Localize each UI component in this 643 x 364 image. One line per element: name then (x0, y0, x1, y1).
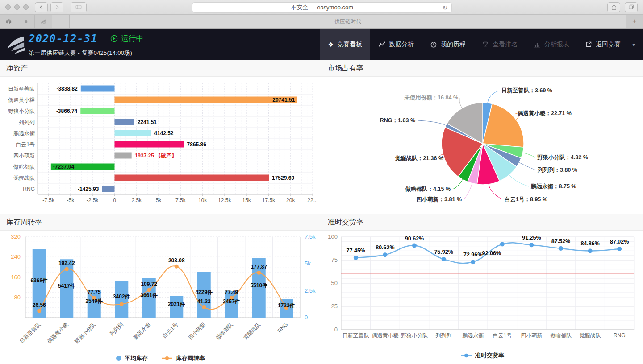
svg-text:5510件: 5510件 (250, 282, 267, 289)
svg-text:15k: 15k (242, 197, 251, 203)
svg-text:192.42: 192.42 (58, 260, 75, 266)
svg-text:20k: 20k (286, 197, 295, 203)
app-logo-icon (4, 34, 26, 55)
svg-text:偶遇黄小糉: 偶遇黄小糉 (8, 97, 35, 103)
nav-back-to-competition[interactable]: 返回竞赛 (577, 29, 629, 60)
svg-text:87.02%: 87.02% (610, 239, 629, 245)
svg-text:109.72: 109.72 (141, 281, 157, 287)
svg-text:100: 100 (328, 233, 338, 240)
pinned-tab-1[interactable] (0, 15, 17, 28)
delivery-rate-title: 准时交货率 (328, 218, 363, 227)
svg-text:偶遇黄小糉: 偶遇黄小糉 (372, 332, 398, 339)
market-share-chart: 日新至善队：3.69 %偶遇黄小糉：22.71 %野狼小分队：4.32 %列列列… (322, 77, 642, 212)
browser-tabbar: 供应链时代 + (0, 15, 643, 29)
pinned-tab-4[interactable] (52, 15, 70, 28)
new-tab-button[interactable]: + (626, 15, 643, 28)
svg-text:75.92%: 75.92% (434, 249, 453, 255)
svg-text:四小萌新: 四小萌新 (187, 321, 207, 341)
svg-text:320: 320 (11, 233, 21, 240)
svg-text:2549件: 2549件 (85, 298, 103, 304)
refresh-icon[interactable]: ↻ (443, 5, 447, 11)
svg-text:1937.25 【破产】: 1937.25 【破产】 (135, 153, 177, 159)
svg-text:四小萌新：3.81 %: 四小萌新：3.81 % (417, 196, 462, 203)
active-tab[interactable]: 供应链时代 (70, 15, 626, 28)
nav-more-caret[interactable]: ▾ (629, 29, 643, 60)
nav-ranking[interactable]: 查看排名 (474, 29, 526, 60)
svg-text:0: 0 (305, 314, 308, 321)
title-block: 2020-12-31 运行中 第一届供应链大赛 - 复赛0425(14:00场) (29, 32, 144, 57)
minimize-window-button[interactable] (14, 4, 20, 10)
nav-data-analysis[interactable]: 数据分析 (370, 29, 422, 60)
net-assets-chart: -7.5k-5k-2.5k02.5k5k7.5k10k12.5k15k17.5k… (0, 77, 321, 211)
legend-average-inventory[interactable]: 平均库存 (116, 354, 148, 362)
dashboard-icon: ❖ (328, 41, 334, 48)
svg-text:-7.5k: -7.5k (42, 197, 55, 203)
external-link-icon (585, 41, 592, 48)
nav-label: 返回竞赛 (596, 41, 621, 49)
svg-text:0: 0 (334, 326, 338, 333)
svg-text:鹏远永衡: 鹏远永衡 (132, 321, 152, 341)
svg-text:野狼小分队: 野狼小分队 (401, 332, 428, 339)
inventory-legend: 平均库存 库存周转率 (0, 352, 321, 364)
svg-text:-1425.93: -1425.93 (78, 186, 99, 192)
svg-text:77.75: 77.75 (88, 289, 101, 295)
zoom-window-button[interactable] (23, 4, 29, 10)
svg-text:觉醒战队: 觉醒战队 (13, 175, 35, 181)
svg-text:5k: 5k (305, 260, 311, 267)
pinned-tab-3[interactable] (35, 15, 52, 28)
svg-text:-5k: -5k (67, 197, 75, 203)
svg-text:白云1号: 白云1号 (493, 332, 512, 339)
legend-turnover-rate[interactable]: 库存周转率 (161, 354, 205, 362)
svg-text:鹏远永衡: 鹏远永衡 (13, 130, 35, 136)
svg-text:鹏远永衡：8.75 %: 鹏远永衡：8.75 % (530, 183, 576, 190)
close-window-button[interactable] (5, 4, 11, 10)
svg-text:做啥都队：4.15 %: 做啥都队：4.15 % (405, 186, 451, 192)
svg-text:84.86%: 84.86% (580, 240, 599, 247)
svg-text:RNG: RNG (23, 186, 35, 192)
dashboard: 净资产 -7.5k-5k-2.5k02.5k5k7.5k10k12.5k15k1… (0, 60, 643, 364)
svg-text:2021件: 2021件 (168, 301, 185, 307)
svg-text:鹏远永衡: 鹏远永衡 (462, 332, 484, 339)
svg-text:7.5k: 7.5k (175, 197, 186, 203)
svg-text:觉醒战队: 觉醒战队 (242, 321, 262, 341)
nav-dashboard[interactable]: ❖ 竞赛看板 (320, 29, 370, 60)
address-bar[interactable]: 不安全 — easymoo.com ↻ (192, 2, 452, 13)
run-status-label: 运行中 (121, 33, 144, 44)
svg-text:1733件: 1733件 (278, 302, 295, 309)
nav-report[interactable]: 分析报表 (526, 29, 577, 60)
browser-titlebar: 不安全 — easymoo.com ↻ (0, 0, 643, 15)
sim-date: 2020-12-31 (29, 33, 98, 45)
back-button[interactable] (35, 2, 48, 12)
svg-text:列列列: 列列列 (19, 119, 35, 125)
svg-text:4142.52: 4142.52 (154, 130, 174, 136)
nav-my-history[interactable]: 我的历程 (422, 29, 474, 60)
main-nav: ❖ 竞赛看板 数据分析 我的历程 查看排名 分析报表 返回竞赛 (320, 29, 643, 60)
screen: 不安全 — easymoo.com ↻ 供应链时代 + (0, 0, 643, 364)
legend-delivery-rate[interactable]: 准时交货率 (460, 352, 504, 360)
forward-button[interactable] (50, 2, 63, 12)
svg-text:2457件: 2457件 (223, 298, 240, 305)
net-assets-panel: 净资产 -7.5k-5k-2.5k02.5k5k7.5k10k12.5k15k1… (0, 60, 322, 214)
svg-text:RNG: RNG (276, 321, 289, 334)
svg-text:92.06%: 92.06% (482, 250, 501, 256)
sidebar-icon (75, 4, 82, 10)
blue-line-marker (460, 353, 472, 358)
cube-icon (5, 18, 12, 25)
svg-text:-2.5k: -2.5k (87, 197, 99, 203)
legend-label: 库存周转率 (176, 354, 205, 362)
droplet-icon (23, 18, 29, 25)
svg-text:77.49: 77.49 (225, 289, 238, 295)
inventory-turnover-chart: 320240160807.5k5k2.5k0日新至善队偶遇黄小糉野狼小分队列列列… (0, 231, 321, 350)
svg-text:22...: 22... (307, 197, 317, 203)
share-button[interactable] (607, 2, 620, 12)
tab-overview-button[interactable] (625, 2, 638, 12)
svg-text:日新至善队: 日新至善队 (342, 332, 369, 339)
svg-text:2.5k: 2.5k (305, 287, 316, 294)
sidebar-toggle-button[interactable] (71, 2, 87, 12)
window-controls[interactable] (5, 4, 29, 10)
chevron-left-icon (38, 4, 45, 10)
svg-text:7865.86: 7865.86 (187, 141, 207, 148)
pinned-tab-2[interactable] (17, 15, 35, 28)
legend-label: 准时交货率 (475, 352, 504, 360)
svg-text:日新至善队：3.69 %: 日新至善队：3.69 % (501, 87, 552, 94)
